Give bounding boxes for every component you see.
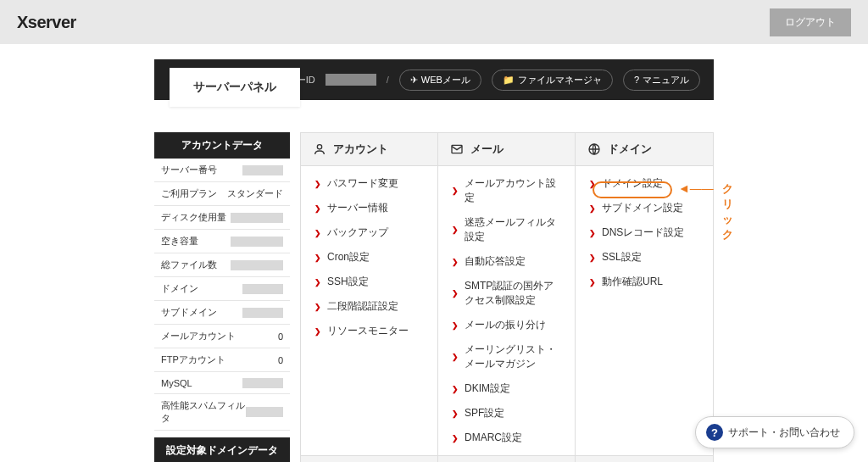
sidebar-row: FTPアカウント0: [154, 348, 290, 372]
globe-icon: [587, 142, 601, 156]
top-bar: Xserver ログアウト: [0, 0, 868, 44]
main-content: アカウントデータ サーバー番号ご利用プランスタンダードディスク使用量空き容量総フ…: [154, 132, 714, 462]
manual-button[interactable]: ?マニュアル: [623, 70, 700, 91]
chevron-right-icon: ❯: [452, 434, 459, 443]
sidebar-row: サーバー番号: [154, 159, 290, 182]
category-ftp-database: FTP ❯サブFTPアカウント設定❯FTP制限設定 データベース ❯MySQL設…: [438, 456, 576, 462]
category-link[interactable]: ❯サブドメイン設定: [576, 196, 713, 220]
category-link[interactable]: ❯ドメイン設定: [576, 171, 713, 196]
category-homepage: ホームページ ❯アクセス制限❯エラーページ設定❯MIME設定❯.htaccess…: [301, 456, 438, 462]
category-link[interactable]: ❯メールアカウント設定: [438, 171, 575, 210]
chevron-right-icon: ❯: [452, 353, 459, 361]
category-link[interactable]: ❯リソースモニター: [301, 319, 437, 343]
sidebar-row: 空き容量: [154, 230, 290, 253]
category-link[interactable]: ❯SSL設定: [576, 245, 713, 270]
category-account: アカウント ❯パスワード変更❯サーバー情報❯バックアップ❯Cron設定❯SSH設…: [301, 133, 438, 456]
chevron-right-icon: ❯: [452, 186, 459, 195]
category-grid: アカウント ❯パスワード変更❯サーバー情報❯バックアップ❯Cron設定❯SSH設…: [300, 132, 714, 462]
sidebar-row: メールアカウント0: [154, 325, 290, 348]
chevron-right-icon: ❯: [314, 229, 321, 237]
chevron-right-icon: ❯: [452, 385, 459, 393]
category-link[interactable]: ❯SMTP認証の国外アクセス制限設定: [438, 274, 575, 313]
chevron-right-icon: ❯: [589, 253, 596, 262]
category-mail: メール ❯メールアカウント設定❯迷惑メールフィルタ設定❯自動応答設定❯SMTP認…: [438, 133, 576, 456]
folder-icon: 📁: [503, 75, 515, 86]
sidebar-row: ディスク使用量: [154, 206, 290, 230]
chevron-right-icon: ❯: [314, 204, 321, 213]
category-domain: ドメイン ❯ドメイン設定❯サブドメイン設定❯DNSレコード設定❯SSL設定❯動作…: [576, 133, 713, 456]
category-link[interactable]: ❯メーリングリスト・メールマガジン: [438, 337, 575, 376]
sidebar: アカウントデータ サーバー番号ご利用プランスタンダードディスク使用量空き容量総フ…: [154, 132, 290, 462]
paper-plane-icon: ✈: [410, 75, 418, 86]
chevron-right-icon: ❯: [452, 409, 459, 418]
sidebar-row: 高性能スパムフィルタ: [154, 394, 290, 431]
webmail-button[interactable]: ✈WEBメール: [399, 70, 481, 91]
server-id-value: [326, 74, 376, 86]
category-link[interactable]: ❯迷惑メールフィルタ設定: [438, 210, 575, 249]
chevron-right-icon: ❯: [314, 327, 321, 336]
sidebar-row: ご利用プランスタンダード: [154, 182, 290, 206]
chevron-right-icon: ❯: [314, 303, 321, 311]
support-button[interactable]: ? サポート・お問い合わせ: [695, 416, 854, 448]
chevron-right-icon: ❯: [589, 278, 596, 287]
category-access-speed: アクセス解析 ❯アクセス解析❯アクセスログ❯エラーログ 高速化 ❯Xアクセラレー…: [576, 456, 713, 462]
brand-logo: Xserver: [17, 13, 76, 32]
chevron-right-icon: ❯: [589, 229, 596, 237]
chevron-right-icon: ❯: [314, 253, 321, 262]
annotation-label: クリック: [722, 181, 733, 242]
category-link[interactable]: ❯メールの振り分け: [438, 313, 575, 337]
question-icon: ?: [634, 75, 639, 85]
chevron-right-icon: ❯: [452, 321, 459, 330]
chevron-right-icon: ❯: [314, 278, 321, 287]
category-link[interactable]: ❯DMARC設定: [438, 426, 575, 450]
content-area: アカウント ❯パスワード変更❯サーバー情報❯バックアップ❯Cron設定❯SSH設…: [300, 132, 714, 462]
user-icon: [313, 142, 326, 156]
panel-title: サーバーパネル: [170, 68, 300, 107]
category-link[interactable]: ❯パスワード変更: [301, 171, 437, 196]
sidebar-row: サブドメイン: [154, 301, 290, 325]
category-link[interactable]: ❯SSH設定: [301, 270, 437, 294]
svg-point-0: [317, 145, 321, 149]
filemanager-button[interactable]: 📁ファイルマネージャ: [492, 70, 613, 91]
sidebar-row: ドメイン: [154, 277, 290, 301]
account-data-title: アカウントデータ: [154, 132, 290, 159]
category-link[interactable]: ❯動作確認URL: [576, 270, 713, 294]
chevron-right-icon: ❯: [314, 180, 321, 188]
mail-icon: [450, 142, 464, 156]
category-link[interactable]: ❯バックアップ: [301, 220, 437, 245]
logout-button[interactable]: ログアウト: [770, 8, 851, 36]
chevron-right-icon: ❯: [589, 204, 596, 213]
category-link[interactable]: ❯SPF設定: [438, 401, 575, 426]
category-link[interactable]: ❯DNSレコード設定: [576, 220, 713, 245]
sidebar-row: 総ファイル数: [154, 253, 290, 277]
chevron-right-icon: ❯: [452, 225, 459, 234]
category-link[interactable]: ❯DKIM設定: [438, 376, 575, 401]
category-link[interactable]: ❯サーバー情報: [301, 196, 437, 220]
chevron-right-icon: ❯: [452, 258, 459, 266]
chevron-right-icon: ❯: [452, 289, 459, 298]
sidebar-row: MySQL: [154, 372, 290, 394]
header-bar: サーバーパネル サーバーID / ✈WEBメール 📁ファイルマネージャ ?マニュ…: [154, 59, 714, 100]
divider: /: [387, 75, 389, 85]
domain-data-title: 設定対象ドメインデータ: [154, 437, 290, 462]
category-link[interactable]: ❯Cron設定: [301, 245, 437, 270]
category-link[interactable]: ❯二段階認証設定: [301, 294, 437, 319]
chevron-right-icon: ❯: [589, 180, 596, 188]
category-link[interactable]: ❯自動応答設定: [438, 249, 575, 274]
help-icon: ?: [706, 424, 723, 441]
